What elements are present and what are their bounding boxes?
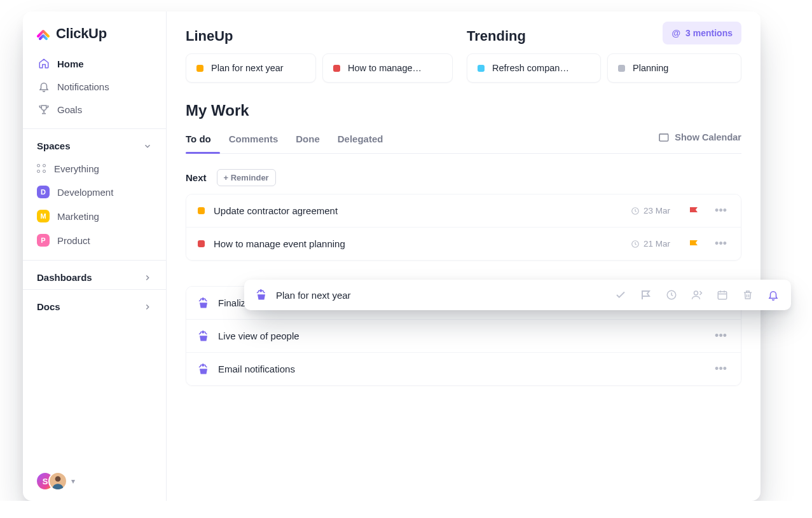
space-product[interactable]: P Product (23, 228, 166, 252)
spaces-header-label: Spaces (37, 140, 71, 151)
date-action-icon[interactable] (716, 289, 729, 301)
active-tab-indicator (186, 152, 220, 154)
app-window: ClickUp Home Notifications Goals (23, 11, 760, 501)
svg-point-0 (55, 476, 61, 482)
task-title: Update contractor agreement (214, 205, 622, 216)
schedule-action-icon[interactable] (665, 289, 678, 301)
task-due-date-text: 23 Mar (643, 206, 670, 215)
flag-action-icon[interactable] (640, 289, 652, 301)
nav-dashboards[interactable]: Dashboards (23, 261, 166, 289)
trending-card-label: Refresh compan… (492, 63, 569, 73)
task-menu-button[interactable]: ••• (712, 237, 729, 250)
nav-home-label: Home (57, 58, 84, 69)
mywork-tabs: To do Comments Done Delegated Show Calen… (186, 128, 741, 154)
priority-flag-icon[interactable] (689, 207, 699, 215)
status-dot-icon (333, 65, 340, 72)
next-section-label: Next (186, 172, 207, 183)
trophy-icon (38, 104, 50, 115)
mywork-title: My Work (186, 102, 741, 119)
task-menu-button[interactable]: ••• (712, 362, 729, 376)
priority-flag-icon[interactable] (689, 240, 699, 249)
nav-docs-label: Docs (37, 301, 60, 312)
task-row[interactable]: How to manage event planning 21 Mar ••• (186, 228, 741, 260)
clock-icon (631, 240, 640, 249)
spaces-everything[interactable]: Everything (23, 158, 166, 180)
task-menu-button[interactable]: ••• (712, 329, 729, 343)
lineup-card-label: How to manage… (348, 63, 422, 73)
status-dot-icon (618, 65, 625, 72)
status-dot-icon (478, 65, 485, 72)
complete-action-icon[interactable] (614, 289, 627, 301)
bell-icon (38, 81, 50, 92)
status-dot-icon (198, 240, 205, 247)
nav-docs[interactable]: Docs (23, 289, 166, 318)
task-due-date: 21 Mar (631, 239, 670, 249)
svg-rect-6 (718, 292, 727, 299)
trending-card-label: Planning (633, 63, 668, 73)
svg-point-5 (694, 291, 698, 295)
chevron-right-icon (143, 273, 152, 282)
task-title: How to manage event planning (214, 238, 622, 249)
caret-down-icon: ▾ (71, 477, 75, 486)
chevron-right-icon (143, 303, 152, 311)
tab-comments[interactable]: Comments (229, 128, 279, 153)
clickup-logo-icon (36, 26, 51, 41)
space-label: Development (57, 187, 113, 198)
reminder-icon (198, 297, 209, 309)
space-badge-p: P (37, 234, 50, 247)
nav-dashboards-label: Dashboards (37, 272, 92, 283)
avatar-stack: S (36, 472, 67, 491)
bottom-nav: Dashboards Docs (23, 260, 166, 318)
space-label: Product (57, 235, 90, 246)
spaces-everything-label: Everything (54, 163, 99, 174)
show-calendar-button[interactable]: Show Calendar (658, 132, 741, 151)
task-row[interactable]: Update contractor agreement 23 Mar ••• (186, 194, 741, 228)
tab-todo[interactable]: To do (186, 128, 211, 153)
reminder-icon (198, 331, 209, 342)
workspace-switcher[interactable]: S ▾ (23, 461, 166, 501)
lineup-card[interactable]: Plan for next year (186, 53, 316, 83)
task-due-date: 23 Mar (631, 206, 670, 215)
lineup-card-label: Plan for next year (211, 63, 284, 73)
status-dot-icon (198, 207, 205, 214)
home-icon (38, 58, 50, 69)
everything-icon (37, 164, 46, 174)
brand-name: ClickUp (56, 25, 107, 42)
task-row[interactable]: Email notifications ••• (186, 353, 741, 385)
space-badge-d: D (37, 186, 50, 198)
at-icon: @ (671, 28, 680, 38)
delete-action-icon[interactable] (741, 289, 754, 301)
task-title: Email notifications (218, 364, 703, 374)
add-reminder-button[interactable]: + Reminder (217, 169, 276, 186)
nav-notifications[interactable]: Notifications (31, 75, 158, 98)
spaces-header[interactable]: Spaces (23, 128, 166, 158)
popover-title: Plan for next year (276, 290, 351, 301)
main-content: @ 3 mentions LineUp Plan for next year H… (167, 11, 760, 501)
tab-done[interactable]: Done (296, 128, 320, 153)
nav-notifications-label: Notifications (57, 81, 109, 92)
status-dot-icon (196, 65, 203, 72)
tab-delegated[interactable]: Delegated (338, 128, 383, 153)
lineup-card[interactable]: How to manage… (322, 53, 453, 83)
mentions-button[interactable]: @ 3 mentions (663, 22, 741, 44)
nav-home[interactable]: Home (31, 52, 158, 75)
brand-logo[interactable]: ClickUp (23, 11, 166, 52)
nav-goals-label: Goals (57, 104, 82, 115)
space-marketing[interactable]: M Marketing (23, 204, 166, 228)
task-popover[interactable]: Plan for next year (244, 280, 791, 310)
task-menu-button[interactable]: ••• (712, 204, 729, 217)
nav-goals[interactable]: Goals (31, 98, 158, 121)
notify-action-icon[interactable] (767, 289, 780, 301)
task-row[interactable]: Live view of people ••• (186, 320, 741, 353)
popover-actions (614, 289, 780, 301)
show-calendar-label: Show Calendar (675, 132, 741, 142)
clock-icon (631, 207, 640, 215)
trending-card[interactable]: Refresh compan… (467, 53, 601, 83)
task-list-next: Update contractor agreement 23 Mar ••• H… (186, 194, 741, 261)
space-development[interactable]: D Development (23, 180, 166, 204)
chevron-down-icon (143, 142, 152, 151)
assign-action-icon[interactable] (691, 289, 703, 301)
trending-card[interactable]: Planning (607, 53, 741, 83)
space-badge-m: M (37, 210, 50, 222)
lineup-title: LineUp (186, 28, 453, 44)
